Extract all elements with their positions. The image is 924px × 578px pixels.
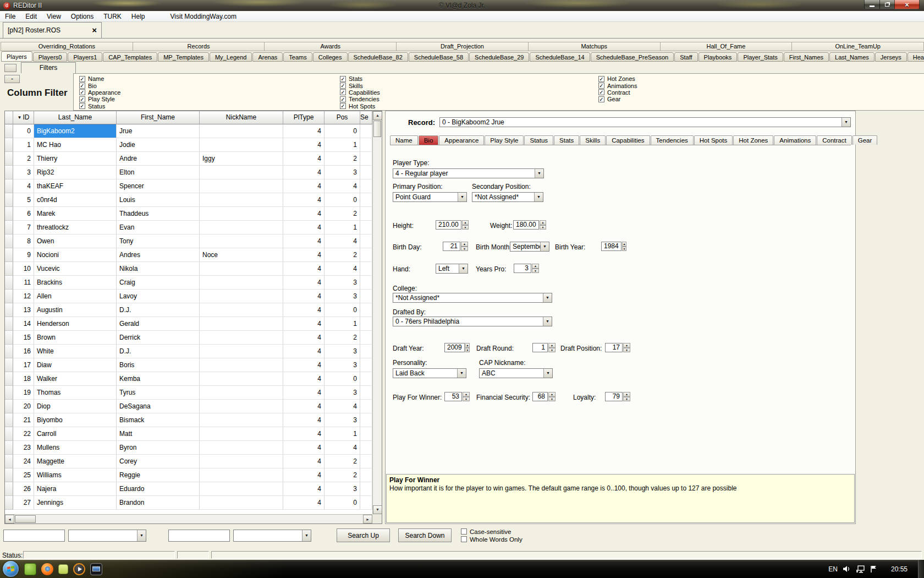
cell-first-name[interactable]: Corey	[117, 455, 200, 468]
qip-app-icon[interactable]	[58, 564, 68, 574]
scroll-up-icon[interactable]: ▲	[373, 111, 382, 120]
cell-nickname[interactable]	[200, 290, 283, 303]
cell-first-name[interactable]: D.J.	[117, 345, 200, 358]
cell-se[interactable]	[360, 221, 372, 235]
cell-last-name[interactable]: Henderson	[34, 317, 117, 331]
spin-up-icon[interactable]: ▲	[623, 392, 630, 397]
media-player-icon[interactable]	[73, 563, 85, 575]
row-selector[interactable]	[5, 331, 13, 345]
menu-item-edit[interactable]: Edit	[20, 13, 42, 20]
cell-pos[interactable]: 2	[324, 331, 360, 345]
personality-dropdown[interactable]: Laid Back▼	[393, 368, 466, 378]
cell-id[interactable]: 2	[13, 152, 34, 166]
row-selector[interactable]	[5, 400, 13, 413]
maximize-button[interactable]	[879, 0, 895, 9]
cell-se[interactable]	[360, 248, 372, 262]
cell-last-name[interactable]: Rip32	[34, 166, 117, 179]
cell-pos[interactable]: 2	[324, 248, 360, 262]
cell-se[interactable]	[360, 331, 372, 345]
cell-id[interactable]: 1	[13, 138, 34, 152]
filter-option-status[interactable]: ✓Status	[79, 103, 120, 110]
cell-first-name[interactable]: Craig	[117, 276, 200, 290]
spin-down-icon[interactable]: ▼	[540, 225, 546, 230]
group-tab-online-teamup[interactable]: OnLine_TeamUp	[791, 42, 924, 51]
cell-pltype[interactable]: 4	[283, 482, 324, 496]
editor-tab-capabilities[interactable]: Capabilities	[606, 135, 650, 145]
college-dropdown[interactable]: *Not Assigned*▼	[393, 293, 552, 303]
cell-first-name[interactable]: Nikola	[117, 262, 200, 276]
spin-down-icon[interactable]: ▼	[548, 397, 556, 402]
cell-last-name[interactable]: Mullens	[34, 441, 117, 455]
filters-splitter-button[interactable]	[4, 64, 16, 72]
cell-id[interactable]: 24	[13, 455, 34, 468]
cell-pos[interactable]: 1	[324, 317, 360, 331]
cell-se[interactable]	[360, 303, 372, 317]
cell-nickname[interactable]	[200, 193, 283, 207]
cell-pltype[interactable]: 4	[283, 262, 324, 276]
column-header-first-name[interactable]: First_Name	[117, 111, 200, 124]
cell-se[interactable]	[360, 317, 372, 331]
sheet-tab-schedulebase-29[interactable]: ScheduleBase_29	[469, 52, 529, 62]
search-down-button[interactable]: Search Down	[398, 528, 452, 542]
cell-last-name[interactable]: Najera	[34, 482, 117, 496]
cell-nickname[interactable]	[200, 496, 283, 510]
cell-id[interactable]: 0	[13, 124, 34, 138]
cell-pos[interactable]: 0	[324, 303, 360, 317]
cell-pos[interactable]: 3	[324, 166, 360, 179]
cell-nickname[interactable]	[200, 358, 283, 372]
row-selector[interactable]	[5, 345, 13, 358]
cell-last-name[interactable]: Brackins	[34, 276, 117, 290]
cell-first-name[interactable]: Andre	[117, 152, 200, 166]
cell-se[interactable]	[360, 166, 372, 179]
cell-id[interactable]: 27	[13, 496, 34, 510]
cell-first-name[interactable]: Elton	[117, 166, 200, 179]
cell-first-name[interactable]: Jodie	[117, 138, 200, 152]
chevron-down-icon[interactable]: ▼	[543, 293, 552, 302]
search-up-button[interactable]: Search Up	[337, 528, 390, 542]
cell-first-name[interactable]: Boris	[117, 358, 200, 372]
cell-se[interactable]	[360, 372, 372, 386]
case-sensitive-checkbox[interactable]: ✓ Case-sensitive	[461, 528, 511, 535]
cell-pos[interactable]: 2	[324, 152, 360, 166]
cell-se[interactable]	[360, 124, 372, 138]
cell-se[interactable]	[360, 358, 372, 372]
cell-nickname[interactable]	[200, 124, 283, 138]
cell-pltype[interactable]: 4	[283, 358, 324, 372]
sheet-tab-players1[interactable]: Players1	[68, 52, 102, 62]
cell-pos[interactable]: 0	[324, 193, 360, 207]
primary-position-dropdown[interactable]: Point Guard▼	[393, 192, 467, 202]
row-selector[interactable]	[5, 193, 13, 207]
spin-up-icon[interactable]: ▲	[465, 343, 470, 348]
cell-last-name[interactable]: threatlockz	[34, 221, 117, 235]
cell-pltype[interactable]: 4	[283, 427, 324, 441]
cell-pltype[interactable]: 4	[283, 276, 324, 290]
cell-last-name[interactable]: Nocioni	[34, 248, 117, 262]
cell-pltype[interactable]: 4	[283, 441, 324, 455]
filter-option-play-style[interactable]: ✓Play Style	[79, 96, 120, 102]
spin-down-icon[interactable]: ▼	[462, 225, 469, 230]
column-header-se[interactable]: Se	[360, 111, 372, 124]
cell-pos[interactable]: 4	[324, 235, 360, 248]
sheet-tab-first-names[interactable]: First_Names	[784, 52, 829, 62]
cell-first-name[interactable]: DeSagana	[117, 400, 200, 413]
cell-nickname[interactable]	[200, 262, 283, 276]
sheet-tab-headshapes[interactable]: Headshapes	[908, 52, 924, 62]
cell-nickname[interactable]	[200, 317, 283, 331]
sheet-tab-my-legend[interactable]: My_Legend	[210, 52, 252, 62]
cell-nickname[interactable]: Noce	[200, 248, 283, 262]
cell-pos[interactable]: 2	[324, 468, 360, 482]
row-selector[interactable]	[5, 235, 13, 248]
network-icon[interactable]	[856, 565, 865, 573]
chevron-down-icon[interactable]: ▼	[543, 317, 552, 326]
firefox-icon[interactable]	[41, 563, 53, 575]
loyalty-spinner[interactable]: 79 ▲▼	[605, 392, 630, 401]
cell-se[interactable]	[360, 468, 372, 482]
chevron-down-icon[interactable]: ▼	[543, 369, 552, 378]
cell-nickname[interactable]: Iggy	[200, 152, 283, 166]
sheet-tab-jerseys[interactable]: Jerseys	[875, 52, 907, 62]
filter-option-stats[interactable]: ✓Stats	[340, 75, 380, 82]
row-selector[interactable]	[5, 248, 13, 262]
draft-round-spinner[interactable]: 1 ▲▼	[532, 343, 556, 352]
row-selector[interactable]	[5, 427, 13, 441]
cell-nickname[interactable]	[200, 207, 283, 221]
